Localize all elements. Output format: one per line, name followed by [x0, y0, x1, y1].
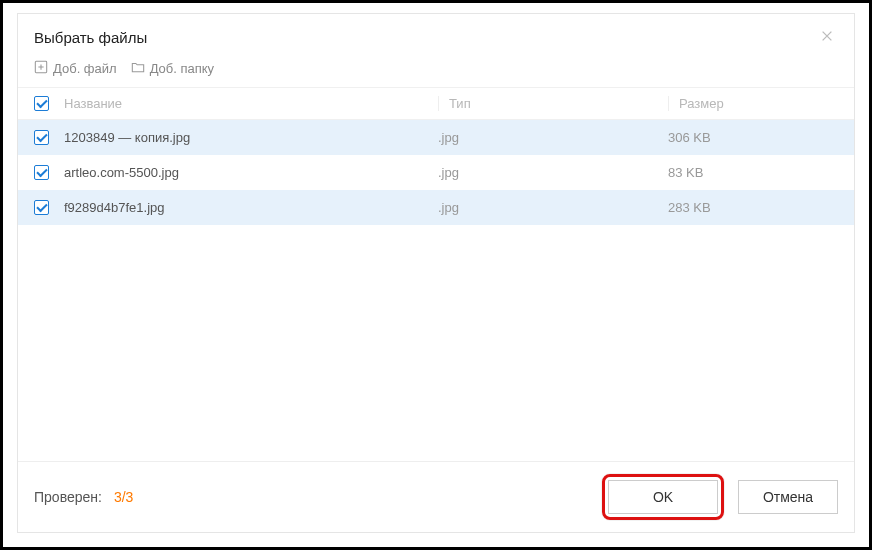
file-name: f9289d4b7fe1.jpg — [64, 200, 438, 215]
file-size: 306 KB — [668, 130, 838, 145]
ok-button[interactable]: OK — [608, 480, 718, 514]
window-frame: Выбрать файлы Доб. файл Доб. папку — [0, 0, 872, 550]
checked-label: Проверен: — [34, 489, 102, 505]
cancel-button[interactable]: Отмена — [738, 480, 838, 514]
folder-icon — [131, 60, 145, 77]
row-checkbox[interactable] — [34, 165, 49, 180]
titlebar: Выбрать файлы — [18, 14, 854, 58]
ok-highlight-ring: OK — [602, 474, 724, 520]
add-file-button[interactable]: Доб. файл — [34, 60, 117, 77]
table-row[interactable]: artleo.com-5500.jpg .jpg 83 KB — [18, 155, 854, 190]
column-type-header[interactable]: Тип — [438, 96, 668, 111]
add-folder-label: Доб. папку — [150, 61, 215, 76]
add-folder-button[interactable]: Доб. папку — [131, 60, 215, 77]
table-row[interactable]: f9289d4b7fe1.jpg .jpg 283 KB — [18, 190, 854, 225]
checked-count: 3/3 — [114, 489, 133, 505]
file-name: artleo.com-5500.jpg — [64, 165, 438, 180]
footer: Проверен: 3/3 OK Отмена — [18, 461, 854, 532]
row-checkbox[interactable] — [34, 130, 49, 145]
row-checkbox[interactable] — [34, 200, 49, 215]
select-all-checkbox[interactable] — [34, 96, 49, 111]
file-type: .jpg — [438, 165, 668, 180]
file-size: 283 KB — [668, 200, 838, 215]
file-list: 1203849 — копия.jpg .jpg 306 KB artleo.c… — [18, 120, 854, 461]
file-name: 1203849 — копия.jpg — [64, 130, 438, 145]
file-select-dialog: Выбрать файлы Доб. файл Доб. папку — [17, 13, 855, 533]
toolbar: Доб. файл Доб. папку — [18, 58, 854, 87]
file-size: 83 KB — [668, 165, 838, 180]
column-name-header[interactable]: Название — [64, 96, 438, 111]
file-type: .jpg — [438, 130, 668, 145]
add-file-icon — [34, 60, 48, 77]
dialog-title: Выбрать файлы — [34, 29, 147, 46]
table-row[interactable]: 1203849 — копия.jpg .jpg 306 KB — [18, 120, 854, 155]
column-size-header[interactable]: Размер — [668, 96, 838, 111]
close-icon[interactable] — [816, 26, 838, 48]
file-type: .jpg — [438, 200, 668, 215]
add-file-label: Доб. файл — [53, 61, 117, 76]
table-header: Название Тип Размер — [18, 87, 854, 120]
